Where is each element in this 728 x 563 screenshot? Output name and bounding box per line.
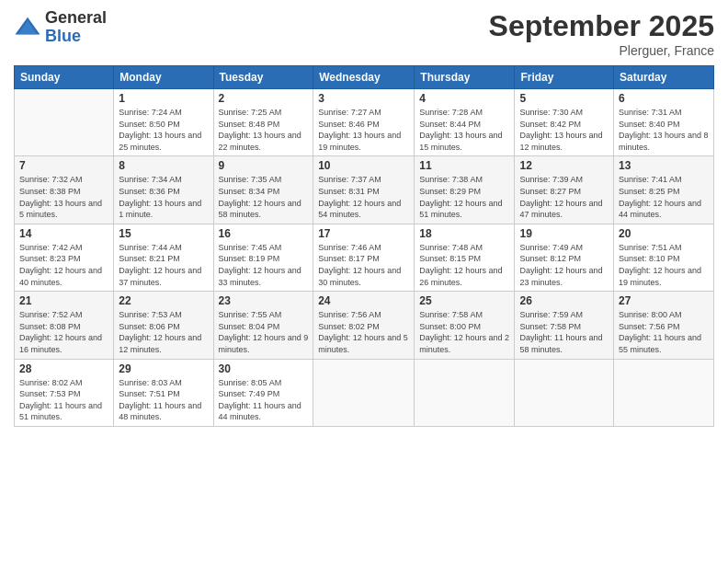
calendar-cell: 24Sunrise: 7:56 AM Sunset: 8:02 PM Dayli… [313, 292, 415, 359]
calendar-cell: 20Sunrise: 7:51 AM Sunset: 8:10 PM Dayli… [614, 224, 714, 291]
day-number: 5 [519, 92, 609, 105]
col-header-saturday: Saturday [614, 66, 714, 89]
day-info: Sunrise: 7:53 AM Sunset: 8:06 PM Dayligh… [119, 309, 208, 355]
calendar-cell: 26Sunrise: 7:59 AM Sunset: 7:58 PM Dayli… [515, 292, 614, 359]
calendar-cell: 4Sunrise: 7:28 AM Sunset: 8:44 PM Daylig… [415, 89, 515, 156]
day-number: 26 [519, 294, 609, 307]
day-info: Sunrise: 7:44 AM Sunset: 8:21 PM Dayligh… [119, 242, 208, 288]
day-number: 13 [619, 159, 709, 172]
day-number: 30 [219, 362, 309, 375]
day-info: Sunrise: 7:51 AM Sunset: 8:10 PM Dayligh… [619, 242, 709, 288]
calendar-cell: 17Sunrise: 7:46 AM Sunset: 8:17 PM Dayli… [313, 224, 415, 291]
calendar-cell: 6Sunrise: 7:31 AM Sunset: 8:40 PM Daylig… [614, 89, 714, 156]
calendar-cell: 18Sunrise: 7:48 AM Sunset: 8:15 PM Dayli… [415, 224, 515, 291]
day-number: 20 [619, 227, 709, 240]
day-number: 12 [519, 159, 609, 172]
logo-blue: Blue [45, 28, 107, 46]
day-number: 28 [19, 362, 108, 375]
col-header-sunday: Sunday [15, 66, 114, 89]
day-info: Sunrise: 7:46 AM Sunset: 8:17 PM Dayligh… [318, 242, 409, 288]
day-info: Sunrise: 7:28 AM Sunset: 8:44 PM Dayligh… [419, 107, 509, 153]
logo-general: General [45, 9, 107, 28]
calendar-cell: 25Sunrise: 7:58 AM Sunset: 8:00 PM Dayli… [415, 292, 515, 359]
day-info: Sunrise: 7:38 AM Sunset: 8:29 PM Dayligh… [419, 174, 509, 220]
calendar-cell: 14Sunrise: 7:42 AM Sunset: 8:23 PM Dayli… [15, 224, 114, 291]
day-number: 6 [619, 92, 709, 105]
day-info: Sunrise: 7:27 AM Sunset: 8:46 PM Dayligh… [318, 107, 409, 153]
day-number: 10 [318, 159, 409, 172]
day-number: 29 [119, 362, 208, 375]
day-number: 15 [119, 227, 208, 240]
calendar-cell: 16Sunrise: 7:45 AM Sunset: 8:19 PM Dayli… [213, 224, 313, 291]
day-number: 27 [619, 294, 709, 307]
day-number: 18 [419, 227, 509, 240]
calendar-cell: 15Sunrise: 7:44 AM Sunset: 8:21 PM Dayli… [114, 224, 213, 291]
week-row-2: 14Sunrise: 7:42 AM Sunset: 8:23 PM Dayli… [15, 224, 714, 291]
day-info: Sunrise: 7:32 AM Sunset: 8:38 PM Dayligh… [19, 174, 108, 220]
week-row-3: 21Sunrise: 7:52 AM Sunset: 8:08 PM Dayli… [15, 292, 714, 359]
calendar-cell [313, 359, 415, 426]
calendar-cell [15, 89, 114, 156]
day-number: 3 [318, 92, 409, 105]
day-number: 7 [19, 159, 108, 172]
calendar-cell: 27Sunrise: 8:00 AM Sunset: 7:56 PM Dayli… [614, 292, 714, 359]
day-info: Sunrise: 7:41 AM Sunset: 8:25 PM Dayligh… [619, 174, 709, 220]
day-number: 1 [119, 92, 208, 105]
calendar-cell: 29Sunrise: 8:03 AM Sunset: 7:51 PM Dayli… [114, 359, 213, 426]
day-number: 2 [219, 92, 309, 105]
week-row-1: 7Sunrise: 7:32 AM Sunset: 8:38 PM Daylig… [15, 156, 714, 224]
day-number: 17 [318, 227, 409, 240]
day-number: 8 [119, 159, 208, 172]
day-number: 11 [419, 159, 509, 172]
page: General Blue September 2025 Plerguer, Fr… [0, 0, 728, 563]
day-info: Sunrise: 8:03 AM Sunset: 7:51 PM Dayligh… [119, 377, 208, 423]
day-info: Sunrise: 7:30 AM Sunset: 8:42 PM Dayligh… [519, 107, 609, 153]
col-header-tuesday: Tuesday [213, 66, 313, 89]
day-info: Sunrise: 7:55 AM Sunset: 8:04 PM Dayligh… [219, 309, 309, 355]
calendar-cell: 7Sunrise: 7:32 AM Sunset: 8:38 PM Daylig… [15, 156, 114, 224]
calendar-cell: 23Sunrise: 7:55 AM Sunset: 8:04 PM Dayli… [213, 292, 313, 359]
day-info: Sunrise: 7:25 AM Sunset: 8:48 PM Dayligh… [219, 107, 309, 153]
day-info: Sunrise: 7:37 AM Sunset: 8:31 PM Dayligh… [318, 174, 409, 220]
day-number: 9 [219, 159, 309, 172]
col-header-wednesday: Wednesday [313, 66, 415, 89]
col-header-monday: Monday [114, 66, 213, 89]
main-title: September 2025 [489, 9, 714, 43]
day-number: 25 [419, 294, 509, 307]
subtitle: Plerguer, France [489, 43, 714, 58]
day-number: 4 [419, 92, 509, 105]
day-number: 16 [219, 227, 309, 240]
day-number: 23 [219, 294, 309, 307]
calendar-cell: 5Sunrise: 7:30 AM Sunset: 8:42 PM Daylig… [515, 89, 614, 156]
calendar-cell: 28Sunrise: 8:02 AM Sunset: 7:53 PM Dayli… [15, 359, 114, 426]
day-info: Sunrise: 7:35 AM Sunset: 8:34 PM Dayligh… [219, 174, 309, 220]
calendar: SundayMondayTuesdayWednesdayThursdayFrid… [14, 65, 714, 427]
calendar-cell: 8Sunrise: 7:34 AM Sunset: 8:36 PM Daylig… [114, 156, 213, 224]
day-number: 19 [519, 227, 609, 240]
logo: General Blue [14, 9, 107, 46]
calendar-cell: 22Sunrise: 7:53 AM Sunset: 8:06 PM Dayli… [114, 292, 213, 359]
calendar-cell: 11Sunrise: 7:38 AM Sunset: 8:29 PM Dayli… [415, 156, 515, 224]
day-info: Sunrise: 7:59 AM Sunset: 7:58 PM Dayligh… [519, 309, 609, 355]
col-header-friday: Friday [515, 66, 614, 89]
day-info: Sunrise: 8:05 AM Sunset: 7:49 PM Dayligh… [219, 377, 309, 423]
day-info: Sunrise: 8:02 AM Sunset: 7:53 PM Dayligh… [19, 377, 108, 423]
calendar-cell: 12Sunrise: 7:39 AM Sunset: 8:27 PM Dayli… [515, 156, 614, 224]
calendar-cell [415, 359, 515, 426]
week-row-0: 1Sunrise: 7:24 AM Sunset: 8:50 PM Daylig… [15, 89, 714, 156]
day-info: Sunrise: 7:45 AM Sunset: 8:19 PM Dayligh… [219, 242, 309, 288]
calendar-cell: 21Sunrise: 7:52 AM Sunset: 8:08 PM Dayli… [15, 292, 114, 359]
logo-text: General Blue [45, 9, 107, 46]
day-number: 22 [119, 294, 208, 307]
day-info: Sunrise: 7:39 AM Sunset: 8:27 PM Dayligh… [519, 174, 609, 220]
calendar-cell: 9Sunrise: 7:35 AM Sunset: 8:34 PM Daylig… [213, 156, 313, 224]
calendar-cell: 2Sunrise: 7:25 AM Sunset: 8:48 PM Daylig… [213, 89, 313, 156]
calendar-cell: 30Sunrise: 8:05 AM Sunset: 7:49 PM Dayli… [213, 359, 313, 426]
day-info: Sunrise: 7:24 AM Sunset: 8:50 PM Dayligh… [119, 107, 208, 153]
day-info: Sunrise: 7:52 AM Sunset: 8:08 PM Dayligh… [19, 309, 108, 355]
day-info: Sunrise: 7:34 AM Sunset: 8:36 PM Dayligh… [119, 174, 208, 220]
day-info: Sunrise: 7:42 AM Sunset: 8:23 PM Dayligh… [19, 242, 108, 288]
day-info: Sunrise: 7:48 AM Sunset: 8:15 PM Dayligh… [419, 242, 509, 288]
calendar-cell [515, 359, 614, 426]
col-header-thursday: Thursday [415, 66, 515, 89]
